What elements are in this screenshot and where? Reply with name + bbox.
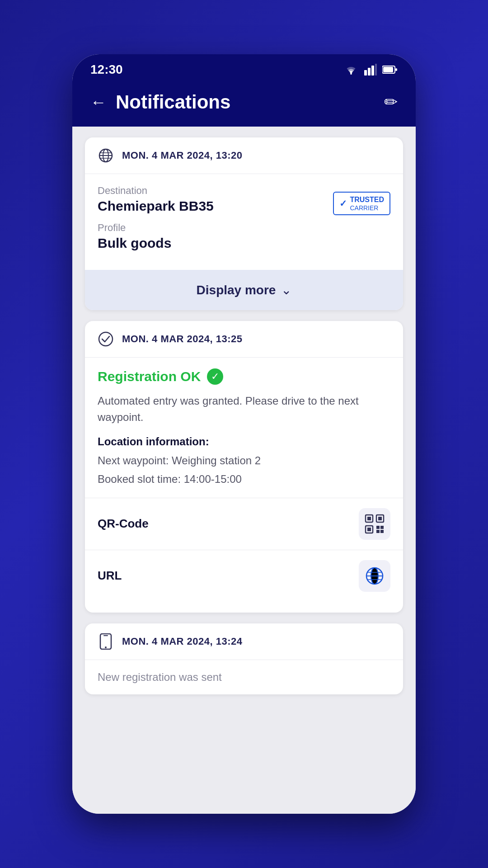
- svg-rect-3: [371, 66, 374, 75]
- qr-code-label: QR-Code: [98, 517, 149, 531]
- wifi-icon: [343, 64, 359, 75]
- svg-rect-23: [380, 530, 384, 533]
- registration-ok-text: Registration OK: [98, 369, 201, 384]
- header-left: ← Notifications: [90, 91, 230, 113]
- url-label: URL: [98, 569, 122, 583]
- destination-label: Destination: [98, 185, 214, 197]
- trusted-carrier-line2: CARRIER: [350, 204, 384, 212]
- display-more-label: Display more: [197, 283, 276, 297]
- svg-rect-2: [368, 68, 371, 75]
- svg-point-13: [99, 332, 113, 346]
- svg-rect-1: [364, 70, 367, 75]
- svg-rect-20: [376, 526, 380, 529]
- destination-field: Destination Chemiepark BB35: [98, 185, 214, 222]
- phone-shell: 12:30 ←: [72, 54, 416, 814]
- destination-value: Chemiepark BB35: [98, 198, 214, 214]
- svg-rect-19: [367, 528, 371, 531]
- back-button[interactable]: ←: [90, 93, 107, 112]
- check-circle-icon: [98, 331, 114, 347]
- trusted-carrier-badge: ✓ TRUSTED CARRIER: [333, 192, 390, 215]
- svg-rect-7: [395, 68, 397, 71]
- location-details: Next waypoint: Weighing station 2 Booked…: [98, 452, 390, 489]
- slot-detail: Booked slot time: 14:00-15:00: [98, 470, 390, 489]
- signal-icon: [364, 64, 377, 75]
- svg-point-31: [105, 646, 107, 648]
- svg-point-0: [350, 73, 352, 75]
- svg-rect-21: [380, 526, 384, 529]
- svg-rect-6: [383, 67, 393, 72]
- profile-value: Bulk goods: [98, 236, 390, 251]
- green-check-icon: ✓: [207, 368, 223, 385]
- card-1-body: Destination Chemiepark BB35 ✓ TRUSTED CA…: [85, 174, 403, 270]
- automated-entry-text: Automated entry was granted. Please driv…: [98, 393, 390, 425]
- card-2-timestamp: MON. 4 MAR 2024, 13:25: [122, 333, 243, 345]
- location-label: Location information:: [98, 435, 390, 448]
- globe-icon: [98, 147, 114, 164]
- mobile-icon: [98, 633, 114, 650]
- svg-rect-17: [378, 517, 382, 520]
- trusted-carrier-check: ✓: [339, 198, 347, 209]
- svg-rect-22: [376, 530, 380, 533]
- card-2-body: Registration OK ✓ Automated entry was gr…: [85, 358, 403, 613]
- qr-code-button[interactable]: [359, 508, 390, 540]
- notification-card-2: MON. 4 MAR 2024, 13:25 Registration OK ✓…: [85, 321, 403, 613]
- chevron-down-icon: ⌄: [281, 283, 291, 297]
- qr-code-row: QR-Code: [98, 498, 390, 550]
- edit-button[interactable]: ✏: [384, 93, 398, 112]
- status-time: 12:30: [90, 62, 123, 77]
- card-1-destination-row: Destination Chemiepark BB35 ✓ TRUSTED CA…: [98, 185, 390, 222]
- profile-field: Profile Bulk goods: [98, 222, 390, 251]
- new-registration-text: New registration was sent: [85, 660, 403, 694]
- app-header: ← Notifications ✏: [72, 82, 416, 127]
- card-1-header: MON. 4 MAR 2024, 13:20: [85, 137, 403, 174]
- content-area: MON. 4 MAR 2024, 13:20 Destination Chemi…: [72, 127, 416, 814]
- status-icons: [343, 64, 398, 75]
- page-title: Notifications: [116, 91, 230, 113]
- notification-card-1: MON. 4 MAR 2024, 13:20 Destination Chemi…: [85, 137, 403, 310]
- display-more-button[interactable]: Display more ⌄: [85, 270, 403, 310]
- qr-code-icon: [365, 514, 385, 534]
- card-3-timestamp: MON. 4 MAR 2024, 13:24: [122, 636, 243, 647]
- globe-url-icon: [365, 566, 385, 586]
- trusted-carrier-line1: TRUSTED: [350, 195, 384, 204]
- notification-card-3: MON. 4 MAR 2024, 13:24 New registration …: [85, 623, 403, 694]
- battery-icon: [382, 65, 398, 74]
- card-1-timestamp: MON. 4 MAR 2024, 13:20: [122, 150, 243, 161]
- card-2-header: MON. 4 MAR 2024, 13:25: [85, 321, 403, 358]
- profile-label: Profile: [98, 222, 390, 234]
- svg-rect-4: [375, 64, 377, 75]
- status-bar: 12:30: [72, 54, 416, 82]
- url-row: URL: [98, 550, 390, 602]
- svg-rect-15: [367, 517, 371, 520]
- registration-ok-row: Registration OK ✓: [98, 368, 390, 385]
- waypoint-detail: Next waypoint: Weighing station 2: [98, 452, 390, 470]
- card-3-header: MON. 4 MAR 2024, 13:24: [85, 623, 403, 660]
- url-button[interactable]: [359, 560, 390, 592]
